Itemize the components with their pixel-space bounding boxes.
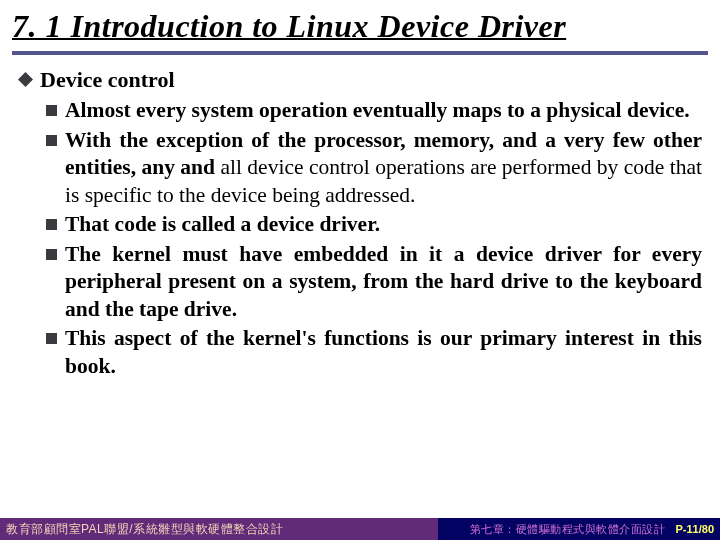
square-icon [46,135,57,146]
square-icon [46,333,57,344]
content-area: Device control Almost every system opera… [0,65,720,380]
list-item: That code is called a device driver. [46,211,702,239]
slide-title: 7. 1 Introduction to Linux Device Driver [0,0,720,49]
footer-page: P-11/80 [675,523,714,535]
list-item: Almost every system operation eventually… [46,97,702,125]
bullet-text: With the exception of the processor, mem… [65,127,702,210]
bullet-text: This aspect of the kernel's functions is… [65,325,702,380]
square-icon [46,249,57,260]
bullet-text: The kernel must have embedded in it a de… [65,241,702,324]
footer-left: 教育部顧問室PAL聯盟/系統雛型與軟硬體整合設計 [0,518,438,540]
diamond-icon [18,72,33,87]
title-rule [12,51,708,55]
bullet-text: That code is called a device driver. [65,211,702,239]
footer-chapter: 第七章：硬體驅動程式與軟體介面設計 [470,522,666,537]
list-item: With the exception of the processor, mem… [46,127,702,210]
bullet-text: Almost every system operation eventually… [65,97,702,125]
footer-right: 第七章：硬體驅動程式與軟體介面設計 P-11/80 [438,518,720,540]
bullet-list: Almost every system operation eventually… [18,97,702,380]
svg-marker-0 [18,72,33,87]
section-heading-row: Device control [18,67,702,93]
square-icon [46,219,57,230]
footer: 教育部顧問室PAL聯盟/系統雛型與軟硬體整合設計 第七章：硬體驅動程式與軟體介面… [0,518,720,540]
list-item: This aspect of the kernel's functions is… [46,325,702,380]
section-heading: Device control [40,67,175,93]
list-item: The kernel must have embedded in it a de… [46,241,702,324]
square-icon [46,105,57,116]
